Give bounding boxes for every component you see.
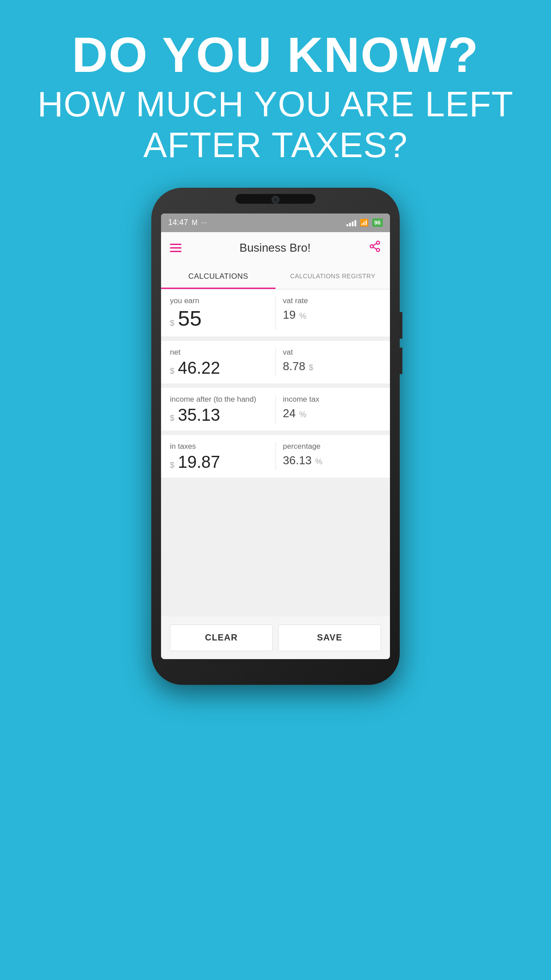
- menu-icon[interactable]: [170, 244, 181, 252]
- label-vat: vat: [283, 348, 382, 357]
- calc-row-income: income after (to the hand) $ 35.13 incom…: [170, 395, 381, 423]
- symbol-net: $: [170, 367, 174, 376]
- value-row-income-after: $ 35.13: [170, 407, 268, 423]
- calc-field-net: net $ 46.22: [170, 348, 268, 376]
- value-earn: 55: [178, 308, 201, 329]
- label-percentage: percentage: [283, 442, 382, 451]
- status-left: 14:47 M ···: [168, 218, 207, 227]
- signal-icon: [346, 219, 356, 226]
- calc-field-percentage: percentage 36.13 %: [283, 442, 382, 467]
- share-icon[interactable]: [369, 240, 381, 256]
- divider-1: [276, 296, 276, 329]
- bottom-buttons: CLEAR SAVE: [161, 616, 390, 659]
- label-income-tax: income tax: [283, 395, 382, 404]
- app-title: Business Bro!: [240, 241, 311, 255]
- calc-field-earn: you earn $ 55: [170, 296, 268, 329]
- label-net: net: [170, 348, 268, 357]
- value-net: 46.22: [178, 360, 220, 376]
- value-in-taxes: 19.87: [178, 454, 220, 470]
- value-percentage: 36.13: [283, 454, 312, 467]
- symbol-vatrate: %: [299, 312, 306, 321]
- calc-field-in-taxes: in taxes $ 19.87: [170, 442, 268, 470]
- label-in-taxes: in taxes: [170, 442, 268, 451]
- calc-row-earn: you earn $ 55 vat rate 19 %: [170, 296, 381, 329]
- value-vat: 8.78: [283, 360, 306, 373]
- svg-line-4: [373, 244, 377, 246]
- phone-button-right2: [399, 348, 402, 374]
- hero-section: DO YOU KNOW? HOW MUCH YOU ARE LEFT AFTER…: [0, 0, 551, 183]
- tab-calculations-registry[interactable]: CALCULATIONS REGISTRY: [276, 264, 390, 289]
- value-row-earn: $ 55: [170, 308, 268, 329]
- calc-row-net: net $ 46.22 vat 8.78 $: [170, 348, 381, 376]
- value-row-income-tax: 24 %: [283, 407, 382, 420]
- status-bar: 14:47 M ··· 📶 96: [161, 213, 390, 232]
- phone-button-right1: [399, 312, 402, 339]
- symbol-income-after: $: [170, 414, 174, 423]
- content-area: you earn $ 55 vat rate 19 %: [161, 289, 390, 616]
- phone-camera: [272, 196, 279, 204]
- symbol-earn: $: [170, 319, 174, 328]
- status-right: 📶 96: [346, 218, 383, 227]
- symbol-vat: $: [309, 363, 313, 372]
- symbol-income-tax: %: [299, 410, 306, 419]
- value-vat-rate: 19: [283, 308, 296, 322]
- calc-row-taxes: in taxes $ 19.87 percentage 36.13 %: [170, 442, 381, 470]
- svg-line-3: [373, 247, 377, 249]
- divider-3: [276, 395, 276, 423]
- calc-section-earn: you earn $ 55 vat rate 19 %: [161, 289, 390, 336]
- status-dots: ···: [201, 219, 207, 227]
- symbol-percentage: %: [315, 457, 323, 466]
- value-row-vat: 8.78 $: [283, 360, 382, 373]
- calc-section-income: income after (to the hand) $ 35.13 incom…: [161, 388, 390, 431]
- value-income-after: 35.13: [178, 407, 220, 423]
- value-row-net: $ 46.22: [170, 360, 268, 376]
- hero-line1: DO YOU KNOW?: [35, 27, 516, 84]
- calc-section-taxes: in taxes $ 19.87 percentage 36.13 %: [161, 435, 390, 478]
- tab-calculations[interactable]: CALCULATIONS: [161, 264, 276, 289]
- value-row-vatrate: 19 %: [283, 308, 382, 322]
- symbol-in-taxes: $: [170, 461, 174, 470]
- save-button[interactable]: SAVE: [278, 624, 381, 651]
- tabs-bar: CALCULATIONS CALCULATIONS REGISTRY: [161, 264, 390, 289]
- divider-2: [276, 348, 276, 376]
- label-income-after: income after (to the hand): [170, 395, 268, 404]
- status-time: 14:47: [168, 218, 188, 227]
- calc-field-income-tax: income tax 24 %: [283, 395, 382, 420]
- label-vat-rate: vat rate: [283, 296, 382, 305]
- phone-shell: 14:47 M ··· 📶 96: [151, 188, 400, 685]
- wifi-icon: 📶: [360, 218, 369, 227]
- clear-button[interactable]: CLEAR: [170, 624, 273, 651]
- phone-mockup: 14:47 M ··· 📶 96: [151, 188, 400, 685]
- divider-4: [276, 442, 276, 470]
- calc-field-income-after: income after (to the hand) $ 35.13: [170, 395, 268, 423]
- app-bar: Business Bro!: [161, 232, 390, 264]
- hero-line2: HOW MUCH YOU ARE LEFT AFTER TAXES?: [35, 84, 516, 166]
- battery-icon: 96: [372, 218, 383, 227]
- value-income-tax: 24: [283, 407, 296, 420]
- value-row-in-taxes: $ 19.87: [170, 454, 268, 470]
- calc-field-vat: vat 8.78 $: [283, 348, 382, 373]
- status-mail-icon: M: [192, 219, 197, 227]
- value-row-percentage: 36.13 %: [283, 454, 382, 467]
- calc-section-net: net $ 46.22 vat 8.78 $: [161, 341, 390, 383]
- phone-screen: 14:47 M ··· 📶 96: [161, 213, 390, 659]
- calc-field-vatrate: vat rate 19 %: [283, 296, 382, 322]
- label-you-earn: you earn: [170, 296, 268, 305]
